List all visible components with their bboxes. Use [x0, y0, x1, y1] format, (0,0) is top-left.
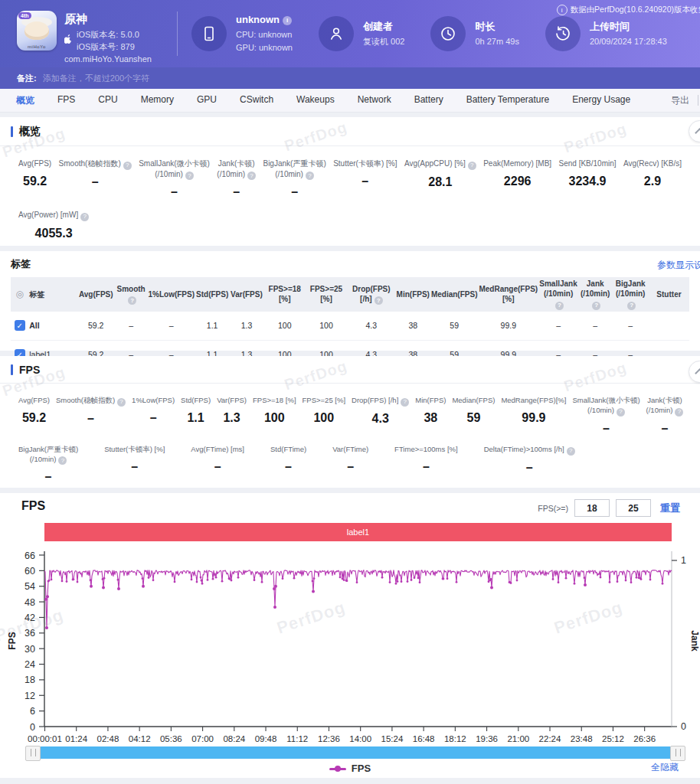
- svg-text:21:00: 21:00: [507, 734, 529, 743]
- svg-text:14:00: 14:00: [349, 734, 371, 743]
- column-header: Stutter: [649, 277, 689, 312]
- reset-button[interactable]: 重置: [660, 501, 680, 515]
- metric-label: Var(FPS): [217, 396, 247, 406]
- checkbox-checked[interactable]: [15, 320, 25, 331]
- metric-label: Send [KB/10min]: [559, 158, 617, 169]
- game-info: 4th miHoYo 原神 iOS版本名: 5.0.0 iOS版本号: 879 …: [0, 2, 174, 67]
- label1-banner: label1: [44, 523, 672, 541]
- metric: Jank(卡顿) (/10min)?–: [643, 396, 687, 436]
- metric-value: 4.3: [352, 412, 409, 426]
- metric: FPS>=25 [%]100: [299, 396, 349, 436]
- tab-Energy Usage[interactable]: Energy Usage: [561, 94, 642, 107]
- tab-Wakeups[interactable]: Wakeups: [285, 94, 346, 107]
- column-header: Var(FPS): [229, 277, 263, 312]
- metric-value: 59.2: [18, 175, 51, 188]
- svg-text:05:36: 05:36: [160, 734, 182, 743]
- chart-legend[interactable]: FPS: [0, 763, 700, 774]
- fps-chart-canvas: 06121824303642485460661000:00:0101:2402:…: [0, 545, 700, 746]
- collapse-button[interactable]: [689, 120, 700, 142]
- svg-text:08:24: 08:24: [223, 734, 245, 743]
- device-gpu: GPU: unknown: [236, 41, 293, 55]
- game-app-icon: 4th miHoYo: [17, 11, 57, 51]
- tab-FPS[interactable]: FPS: [46, 94, 87, 107]
- table-header-row: ◎标签Avg(FPS)Smooth?1%Low(FPS)Std(FPS)Var(…: [11, 277, 689, 312]
- chart-range-scrollbar[interactable]: [26, 746, 685, 759]
- metric: FTime>=100ms [%]–: [391, 445, 461, 485]
- tab-CPU[interactable]: CPU: [87, 94, 129, 107]
- column-header: Min(FPS): [396, 277, 430, 312]
- svg-text:25:12: 25:12: [602, 734, 624, 743]
- tab-GPU[interactable]: GPU: [185, 94, 228, 107]
- svg-text:48: 48: [25, 597, 35, 608]
- help-icon: ?: [80, 213, 89, 221]
- history-clock-icon: [545, 16, 581, 51]
- tab-Battery[interactable]: Battery: [403, 94, 455, 107]
- metric-label: Peak(Memory) [MB]: [483, 158, 551, 169]
- game-icon-badge: 4th: [18, 12, 31, 19]
- metric-value: 1.3: [217, 411, 247, 425]
- metric-label: SmallJank(微小卡顿) (/10min)?: [572, 396, 639, 416]
- range-handle-left[interactable]: [25, 746, 41, 761]
- fps-metrics-card: PerfDog PerfDog PerfDog FPS Avg(FPS)59.2…: [0, 356, 700, 488]
- help-icon: ?: [58, 456, 67, 465]
- duration-label: 时长: [475, 19, 518, 35]
- metric: Avg(FTime) [ms]–: [188, 445, 247, 485]
- fps-threshold-high-input[interactable]: [616, 499, 651, 517]
- metric-value: –: [394, 460, 458, 474]
- duration-info: 时长 0h 27m 49s: [430, 16, 518, 51]
- section-accent-bar: [11, 364, 13, 375]
- svg-text:18: 18: [25, 675, 35, 685]
- metric: Avg(AppCPU) [%]?28.1: [401, 158, 479, 199]
- fps-threshold-low-input[interactable]: [574, 499, 610, 517]
- svg-text:01:24: 01:24: [65, 734, 87, 743]
- param-display-settings-link[interactable]: 参数显示设置: [657, 259, 700, 272]
- metric: Stutter(卡顿率) [%]–: [101, 445, 168, 485]
- metric: Jank(卡顿) (/10min)?–: [214, 158, 259, 199]
- metric-label: Avg(AppCPU) [%]?: [404, 158, 476, 170]
- metric-label: Var(FTime): [332, 445, 368, 455]
- cell-value: –: [115, 312, 148, 341]
- tab-Memory[interactable]: Memory: [129, 94, 185, 107]
- metric-value: –: [484, 461, 575, 475]
- metric-value: 4055.3: [18, 227, 89, 240]
- metric-label: Avg(Power) [mW]?: [18, 210, 89, 221]
- metric-value: –: [139, 185, 210, 199]
- metric: Delta(FTime)>100ms [/h]?–: [481, 445, 578, 485]
- column-header: Median(FPS): [430, 277, 479, 312]
- metric-value: 38: [415, 411, 446, 425]
- help-icon: ?: [567, 447, 575, 456]
- fps-threshold-controls: FPS(>=) 重置: [538, 499, 680, 517]
- note-bar[interactable]: 备注: 添加备注，不超过200个字符: [0, 67, 700, 89]
- tab-概览[interactable]: 概览: [5, 94, 46, 107]
- metric: MedRange(FPS)[%]99.9: [498, 396, 569, 436]
- info-icon: i: [283, 16, 292, 25]
- metric: BigJank(严重卡顿) (/10min)?–: [15, 445, 81, 485]
- ios-version-name: iOS版本名: 5.0.0: [77, 29, 139, 41]
- help-icon: ?: [468, 162, 476, 170]
- metric-label: BigJank(严重卡顿) (/10min)?: [263, 158, 325, 180]
- cell-value: 4.3: [347, 312, 395, 341]
- metric-label: Jank(卡顿) (/10min)?: [646, 396, 684, 416]
- bundle-id: com.miHoYo.Yuanshen: [64, 54, 152, 66]
- column-header: BigJank (/10min)?: [612, 277, 649, 312]
- tab-Battery Temperature[interactable]: Battery Temperature: [455, 94, 561, 107]
- export-divider: [698, 95, 698, 106]
- cell-value: 1.1: [195, 312, 229, 341]
- metric-value: –: [217, 185, 256, 199]
- cell-value: –: [538, 312, 578, 341]
- metric: Avg(FPS)59.2: [15, 396, 53, 436]
- range-handle-right[interactable]: [670, 746, 685, 761]
- metric-label: Stutter(卡顿率) [%]: [104, 445, 165, 455]
- svg-text:30: 30: [25, 644, 35, 655]
- export-button[interactable]: 导出: [671, 94, 689, 107]
- metric-label: FPS>=25 [%]: [303, 396, 346, 406]
- svg-text:15:24: 15:24: [381, 734, 404, 743]
- tab-CSwitch[interactable]: CSwitch: [228, 94, 285, 107]
- metric-value: –: [59, 175, 132, 189]
- svg-text:00:00:01: 00:00:01: [28, 734, 62, 743]
- svg-text:07:00: 07:00: [191, 734, 214, 743]
- tab-Network[interactable]: Network: [346, 94, 403, 107]
- collapse-button[interactable]: [689, 361, 700, 383]
- metric-value: 3234.9: [559, 175, 617, 188]
- hide-all-link[interactable]: 全隐藏: [651, 761, 679, 774]
